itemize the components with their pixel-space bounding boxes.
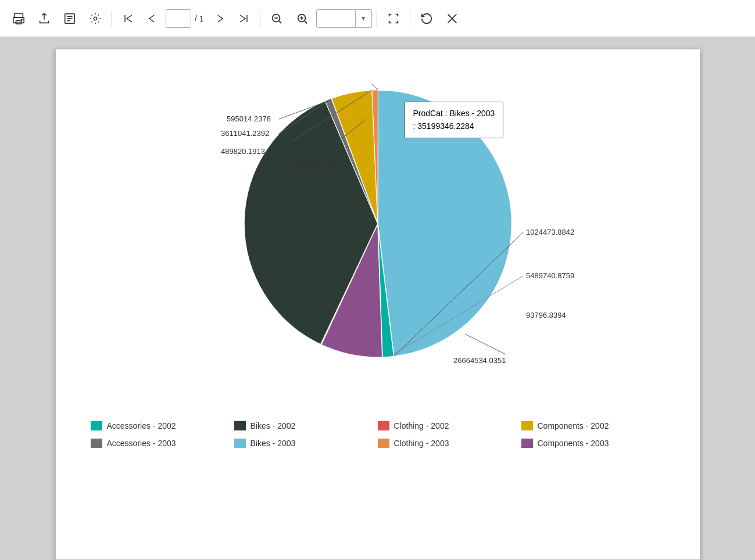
legend-label-components-2002: Components - 2002 — [538, 421, 609, 430]
separator-3 — [377, 10, 377, 27]
svg-point-3 — [22, 19, 23, 20]
svg-line-17 — [304, 20, 307, 23]
legend-swatch-accessories-2002 — [91, 421, 102, 430]
refresh-button[interactable] — [415, 7, 438, 30]
separator-4 — [410, 10, 410, 27]
label-acc2003: 595014.2378 — [227, 114, 271, 123]
legend-swatch-components-2002 — [521, 421, 533, 430]
label-cloth2003: 489820.1913 — [221, 147, 265, 156]
svg-rect-2 — [16, 20, 21, 23]
legend-item-components-2002: Components - 2002 — [521, 421, 665, 430]
zoom-out-button[interactable] — [265, 7, 288, 30]
label-acc2002: 1024473.8842 — [526, 228, 574, 236]
legend-label-components-2003: Components - 2003 — [538, 439, 609, 448]
legend-item-clothing-2002: Clothing - 2002 — [378, 421, 521, 430]
close-button[interactable] — [441, 7, 464, 30]
main-area: .lbl { font-size: 13px; fill: #333; font… — [0, 37, 755, 560]
legend-label-clothing-2002: Clothing - 2002 — [394, 421, 449, 430]
legend-item-clothing-2003: Clothing - 2003 — [378, 439, 521, 448]
pie-chart-main[interactable]: 35199346.2284 1024473.8842 5489740.8759 … — [174, 67, 581, 369]
legend-label-bikes-2003: Bikes - 2003 — [251, 439, 296, 448]
legend-item-accessories-2002: Accessories - 2002 — [91, 421, 234, 430]
label-line-bikes2003 — [372, 84, 378, 90]
legend-swatch-clothing-2002 — [378, 421, 389, 430]
document-page: .lbl { font-size: 13px; fill: #333; font… — [55, 49, 700, 560]
first-page-button[interactable] — [117, 7, 140, 30]
separator-1 — [112, 10, 112, 27]
legend-item-bikes-2002: Bikes - 2002 — [234, 421, 378, 430]
zoom-dropdown-button[interactable]: ▼ — [356, 9, 372, 28]
legend-swatch-accessories-2003 — [91, 439, 102, 448]
legend-label-clothing-2003: Clothing - 2003 — [394, 439, 449, 448]
chart-container: .lbl { font-size: 13px; fill: #333; font… — [79, 67, 677, 454]
svg-rect-0 — [15, 13, 23, 17]
page-navigation: 1 / 1 — [117, 7, 255, 30]
label-cloth2002: 93796.8394 — [526, 311, 566, 320]
legend-item-components-2003: Components - 2003 — [521, 439, 665, 448]
svg-point-8 — [94, 17, 97, 20]
legend-item-accessories-2003: Accessories - 2003 — [91, 439, 234, 448]
toolbar: 1 / 1 100% ▼ — [0, 0, 755, 37]
zoom-in-button[interactable] — [291, 7, 314, 30]
page-number-input[interactable]: 1 — [166, 9, 191, 28]
fullscreen-button[interactable] — [382, 7, 405, 30]
legend-item-bikes-2003: Bikes - 2003 — [234, 439, 378, 448]
settings-button[interactable] — [84, 7, 107, 30]
legend-swatch-components-2003 — [521, 439, 533, 448]
label-bikes2003: 35199346.2284 — [291, 160, 343, 168]
last-page-button[interactable] — [232, 7, 255, 30]
legend-swatch-bikes-2002 — [234, 421, 246, 430]
zoom-value-input[interactable]: 100% — [316, 9, 356, 28]
label-comp2002: 3611041.2392 — [221, 129, 269, 138]
legend-swatch-bikes-2003 — [234, 439, 246, 448]
legend-label-bikes-2002: Bikes - 2002 — [251, 421, 296, 430]
legend-swatch-clothing-2003 — [378, 439, 389, 448]
document-button[interactable] — [58, 7, 81, 30]
svg-line-13 — [278, 20, 281, 23]
page-total-label: / 1 — [192, 14, 206, 23]
separator-2 — [260, 10, 260, 27]
zoom-selector: 100% ▼ — [316, 9, 372, 28]
label-bikes2002: 26664534.0351 — [453, 356, 506, 365]
export-button[interactable] — [33, 7, 56, 30]
label-line-bikes2002 — [465, 334, 506, 354]
legend-label-accessories-2003: Accessories - 2003 — [107, 439, 176, 448]
segment-bikes-2003[interactable] — [378, 90, 512, 356]
prev-page-button[interactable] — [141, 7, 164, 30]
legend-label-accessories-2002: Accessories - 2002 — [107, 421, 176, 430]
label-comp2003: 5489740.8759 — [526, 271, 574, 280]
print-button[interactable] — [7, 7, 30, 30]
chart-legend: Accessories - 2002 Bikes - 2002 Clothing… — [79, 415, 677, 454]
next-page-button[interactable] — [207, 7, 231, 30]
chart-area: .lbl { font-size: 13px; fill: #333; font… — [79, 67, 677, 404]
